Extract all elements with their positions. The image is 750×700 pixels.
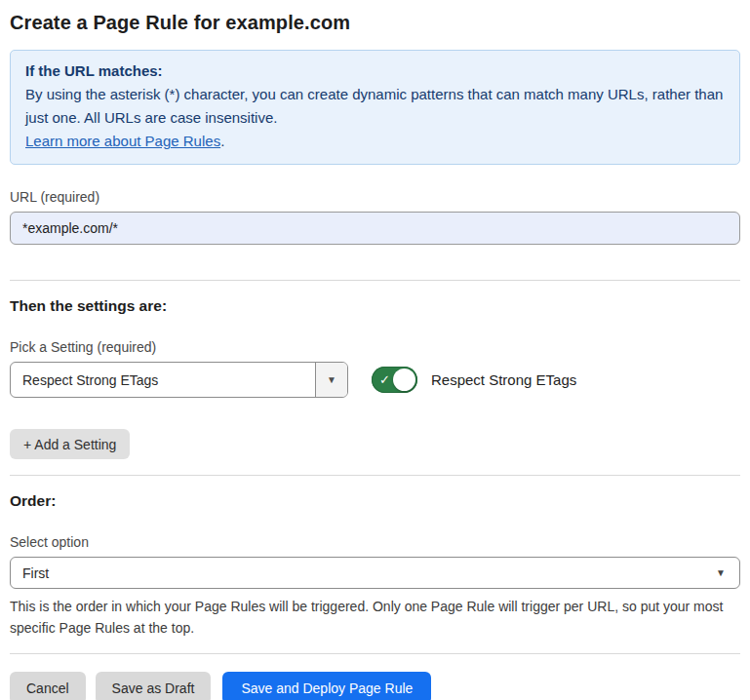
order-select-value: First bbox=[22, 565, 49, 581]
settings-section-heading: Then the settings are: bbox=[10, 297, 740, 315]
chevron-down-icon: ▼ bbox=[716, 568, 726, 578]
page-rule-form: Create a Page Rule for example.com If th… bbox=[0, 0, 750, 700]
check-icon: ✓ bbox=[379, 372, 390, 387]
divider bbox=[10, 653, 740, 654]
info-box-body-text: By using the asterisk (*) character, you… bbox=[25, 86, 723, 126]
respect-strong-etags-toggle[interactable]: ✓ bbox=[372, 367, 417, 393]
save-and-deploy-button[interactable]: Save and Deploy Page Rule bbox=[222, 672, 431, 700]
divider bbox=[10, 280, 740, 281]
link-suffix-period: . bbox=[220, 133, 224, 149]
info-box-heading: If the URL matches: bbox=[25, 59, 725, 83]
select-option-label: Select option bbox=[10, 534, 740, 550]
order-select[interactable]: First ▼ bbox=[10, 557, 740, 589]
url-match-info-box: If the URL matches: By using the asteris… bbox=[10, 50, 740, 165]
setting-dropdown-value: Respect Strong ETags bbox=[11, 363, 315, 397]
page-title: Create a Page Rule for example.com bbox=[10, 12, 740, 34]
learn-more-link[interactable]: Learn more about Page Rules bbox=[25, 133, 220, 149]
save-as-draft-button[interactable]: Save as Draft bbox=[96, 672, 212, 700]
url-field-label: URL (required) bbox=[10, 189, 740, 205]
order-help-text: This is the order in which your Page Rul… bbox=[10, 596, 736, 639]
footer-actions: Cancel Save as Draft Save and Deploy Pag… bbox=[10, 672, 740, 700]
setting-row: Respect Strong ETags ▼ ✓ Respect Strong … bbox=[10, 362, 740, 398]
setting-dropdown[interactable]: Respect Strong ETags ▼ bbox=[10, 362, 348, 398]
info-box-body: By using the asterisk (*) character, you… bbox=[25, 83, 725, 153]
order-section-heading: Order: bbox=[10, 492, 740, 510]
divider bbox=[10, 475, 740, 476]
chevron-down-icon: ▼ bbox=[327, 375, 336, 385]
toggle-label: Respect Strong ETags bbox=[431, 371, 576, 388]
toggle-knob bbox=[393, 369, 415, 391]
add-setting-button[interactable]: + Add a Setting bbox=[10, 429, 130, 459]
url-input[interactable] bbox=[10, 212, 740, 245]
pick-setting-label: Pick a Setting (required) bbox=[10, 339, 740, 355]
cancel-button[interactable]: Cancel bbox=[10, 672, 86, 700]
setting-dropdown-arrow-button[interactable]: ▼ bbox=[315, 363, 347, 397]
